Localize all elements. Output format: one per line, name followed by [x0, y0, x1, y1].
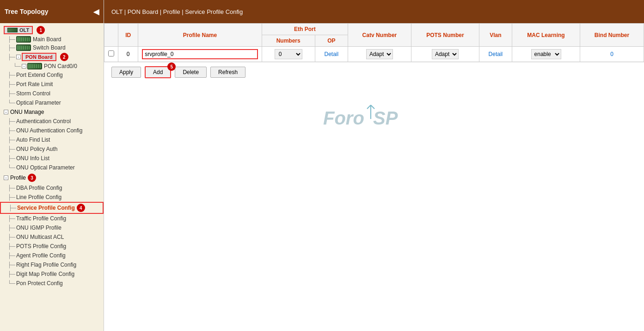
delete-button[interactable]: Delete	[175, 67, 207, 78]
sidebar-section-onu-manage[interactable]: - ONU Manage	[0, 107, 104, 117]
logo-area: Foro SP	[104, 82, 644, 156]
sidebar-item-port-extend[interactable]: ├─ Port Extend Config	[0, 70, 104, 80]
sidebar-item-olt[interactable]: OLT 1	[0, 25, 104, 35]
breadcrumb: OLT | PON Board | Profile | Service Prof…	[104, 0, 644, 23]
th-eth-op: OP	[315, 35, 348, 47]
sidebar-item-digit-map[interactable]: ├─ Digit Map Profile Config	[0, 269, 104, 279]
row-id: 0	[118, 47, 138, 62]
olt-icon	[7, 28, 18, 32]
olt-badge: 1	[37, 26, 45, 34]
sidebar-item-optical-param[interactable]: └─ Optical Parameter	[0, 98, 104, 107]
apply-button[interactable]: Apply	[111, 67, 141, 78]
sidebar-item-onu-optical[interactable]: └─ ONU Optical Parameter	[0, 163, 104, 172]
catv-select[interactable]: Adapt 0 1	[366, 49, 393, 59]
action-bar: Apply Add 5 Delete Refresh	[104, 62, 644, 82]
service-profile-table: ID Profile Name Eth Port Catv Number POT…	[104, 23, 644, 62]
row-catv-cell: Adapt 0 1	[348, 47, 411, 62]
sidebar-item-onu-multicast[interactable]: ├─ ONU Multicast ACL	[0, 232, 104, 242]
th-pots: POTS Number	[411, 24, 479, 47]
olt-label: OLT	[19, 27, 29, 33]
collapse-arrow-icon[interactable]: ◀	[93, 7, 99, 16]
row-checkbox[interactable]	[108, 50, 114, 56]
sidebar-title-bar: Tree Topology ◀	[0, 0, 104, 23]
profile-name-input[interactable]	[142, 49, 258, 59]
th-eth-numbers: Numbers	[262, 35, 315, 47]
th-eth-port: Eth Port	[262, 24, 348, 35]
sidebar-item-auth-control[interactable]: ├─ Authentication Control	[0, 117, 104, 126]
th-checkbox	[104, 24, 118, 47]
sidebar-item-pon-card[interactable]: └─ - PON Card0/0	[0, 62, 104, 70]
sidebar-item-onu-info[interactable]: ├─ ONU Info List	[0, 154, 104, 163]
th-profile-name: Profile Name	[138, 24, 262, 47]
sidebar-item-storm-control[interactable]: ├─ Storm Control	[0, 89, 104, 98]
switch-board-icon	[16, 44, 31, 51]
foroISP-logo: Foro SP	[323, 100, 425, 137]
sidebar-item-onu-igmp[interactable]: ├─ ONU IGMP Profile	[0, 223, 104, 232]
sidebar-item-onu-auth-config[interactable]: ├─ ONU Authentication Config	[0, 126, 104, 135]
sidebar-item-pon-protect[interactable]: └─ Pon Protect Config	[0, 279, 104, 288]
row-eth-numbers-cell: 0 1 2	[262, 47, 315, 62]
service-profile-badge: 4	[77, 204, 85, 212]
sidebar-item-pots-profile[interactable]: ├─ POTS Profile Config	[0, 242, 104, 251]
row-vlan-cell: Detail	[479, 47, 512, 62]
sidebar-item-right-flag[interactable]: ├─ Right Flag Profile Config	[0, 260, 104, 269]
profile-badge: 3	[28, 174, 36, 182]
sidebar-item-line-profile[interactable]: ├─ Line Profile Config	[0, 193, 104, 202]
th-catv: Catv Number	[348, 24, 411, 47]
pon-board-expand-icon[interactable]: -	[16, 55, 21, 59]
sidebar-item-agent-profile[interactable]: ├─ Agent Profile Config	[0, 251, 104, 260]
row-checkbox-cell	[104, 47, 118, 62]
sidebar-item-switch-board[interactable]: ├─ Switch Board	[0, 44, 104, 52]
sidebar-item-auto-find[interactable]: ├─ Auto Find List	[0, 135, 104, 144]
pon-card-expand-icon[interactable]: -	[22, 64, 26, 69]
th-bind: Bind Number	[580, 24, 644, 47]
sidebar-item-dba-profile[interactable]: ├─ DBA Profile Config	[0, 183, 104, 193]
sidebar-item-main-board[interactable]: ├─ Main Board	[0, 35, 104, 44]
onu-manage-expand-icon[interactable]: -	[4, 110, 8, 114]
svg-text:Foro: Foro	[323, 108, 364, 128]
sidebar-item-pon-board[interactable]: ├─ - PON Board 2	[0, 52, 104, 62]
row-eth-op-cell: Detail	[315, 47, 348, 62]
content-body: ID Profile Name Eth Port Catv Number POT…	[104, 23, 644, 331]
th-mac: MAC Learning	[512, 24, 580, 47]
svg-text:SP: SP	[373, 108, 398, 128]
add-button[interactable]: Add 5	[145, 66, 171, 78]
table-container: ID Profile Name Eth Port Catv Number POT…	[104, 23, 644, 62]
sidebar-item-service-profile[interactable]: ├─ Service Profile Config 4	[0, 202, 104, 214]
eth-detail-link[interactable]: Detail	[324, 51, 338, 57]
sidebar: Tree Topology ◀ OLT 1 ├─ Main Board ├─	[0, 0, 104, 331]
row-pots-cell: Adapt 0 1	[411, 47, 479, 62]
sidebar-item-traffic-profile[interactable]: ├─ Traffic Profile Config	[0, 214, 104, 223]
pon-card-label: PON Card0/0	[44, 63, 77, 69]
main-board-icon	[16, 36, 31, 43]
sidebar-item-onu-policy[interactable]: ├─ ONU Policy Auth	[0, 144, 104, 154]
bind-number-link[interactable]: 0	[610, 51, 613, 57]
refresh-button[interactable]: Refresh	[210, 67, 245, 78]
sidebar-section-profile[interactable]: - Profile 3	[0, 172, 104, 183]
main-board-label: Main Board	[33, 36, 61, 43]
table-row: 0 0 1 2	[104, 47, 644, 62]
pots-select[interactable]: Adapt 0 1	[432, 49, 459, 59]
switch-board-label: Switch Board	[33, 44, 66, 51]
th-id: ID	[118, 24, 138, 47]
row-profile-name-cell	[138, 47, 262, 62]
sidebar-title: Tree Topology	[5, 8, 49, 15]
eth-numbers-select[interactable]: 0 1 2	[275, 49, 302, 59]
row-bind-cell: 0	[580, 47, 644, 62]
pon-board-badge: 2	[60, 53, 68, 61]
content-area: OLT | PON Board | Profile | Service Prof…	[104, 0, 644, 331]
profile-expand-icon[interactable]: -	[4, 175, 8, 180]
mac-learning-select[interactable]: enable disable	[531, 49, 561, 59]
row-mac-cell: enable disable	[512, 47, 580, 62]
vlan-detail-link[interactable]: Detail	[489, 51, 503, 57]
pon-board-label: PON Board	[25, 54, 53, 60]
svg-line-2	[367, 105, 371, 109]
th-vlan: Vlan	[479, 24, 512, 47]
sidebar-content: OLT 1 ├─ Main Board ├─ Switch Board ├─ -	[0, 23, 104, 331]
pon-card-icon	[27, 63, 42, 69]
sidebar-item-port-rate[interactable]: ├─ Port Rate Limit	[0, 80, 104, 89]
